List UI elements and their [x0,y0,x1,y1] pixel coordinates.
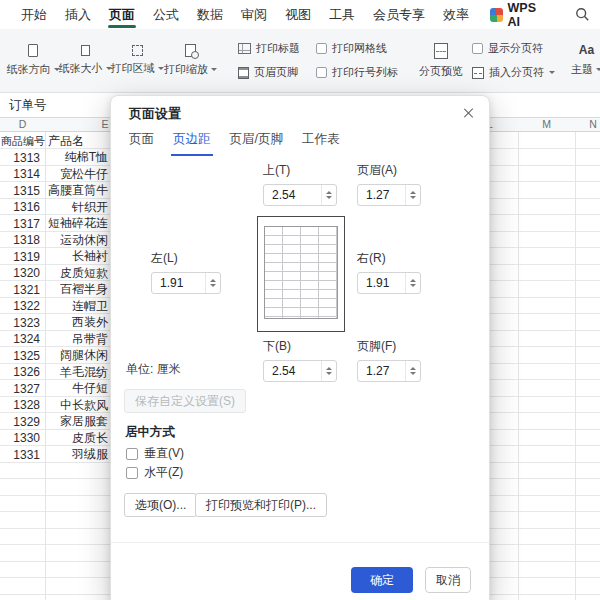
product-id-cell[interactable]: 1324 [0,332,45,346]
cancel-button[interactable]: 取消 [425,567,471,593]
product-id-cell[interactable]: 1315 [0,184,45,198]
dialog-tab-sheet[interactable]: 工作表 [300,126,342,156]
product-id-cell[interactable]: 1317 [0,217,45,231]
tab-efficiency[interactable]: 效率 [434,0,478,29]
product-id-cell[interactable]: 1329 [0,415,45,429]
product-name-cell[interactable]: 针织开 [45,199,110,216]
product-name-cell[interactable]: 中长款风 [45,397,110,414]
product-name-cell[interactable]: 阔腿休闲 [45,347,110,364]
spinner-up-icon[interactable] [326,367,332,370]
center-vertical-checkbox[interactable]: 垂直(V) [126,445,184,462]
product-name-cell[interactable]: 牛仔短 [45,380,110,397]
product-name-cell[interactable]: 家居服套 [45,413,110,430]
product-name-header-cell[interactable]: 产品名 [45,133,110,150]
product-id-cell[interactable]: 1318 [0,233,45,247]
spinner-up-icon[interactable] [410,367,416,370]
dialog-tab-margins[interactable]: 页边距 [171,126,213,156]
spinner-up-icon[interactable] [326,191,332,194]
product-id-cell[interactable]: 1331 [0,448,45,462]
product-id-cell[interactable]: 1322 [0,299,45,313]
product-name-cell[interactable]: 西装外 [45,314,110,331]
name-box[interactable]: 订单号 [9,98,47,112]
bottom-margin-input[interactable]: 2.54 [263,360,337,382]
spinner-up-icon[interactable] [410,191,416,194]
search-icon[interactable] [575,7,590,22]
product-id-cell[interactable]: 1323 [0,316,45,330]
column-header-d[interactable]: D [0,118,45,132]
print-preview-button[interactable]: 打印预览和打印(P)... [195,493,327,517]
tab-formula[interactable]: 公式 [144,0,188,29]
product-id-cell[interactable]: 1330 [0,431,45,445]
header-margin-spinner[interactable] [405,185,420,205]
paper-size-button[interactable]: 纸张大小 [60,33,110,88]
column-header-n[interactable]: N [575,118,600,132]
ok-button[interactable]: 确定 [351,567,413,593]
product-id-cell[interactable]: 1325 [0,349,45,363]
top-margin-input[interactable]: 2.54 [263,184,337,206]
print-headings-checkbox[interactable]: 打印行号列标 [316,65,398,80]
print-gridlines-checkbox[interactable]: 打印网格线 [316,41,398,56]
product-name-cell[interactable]: 宽松牛仔 [45,166,110,183]
bottom-margin-spinner[interactable] [321,361,336,381]
dialog-tab-header-footer[interactable]: 页眉/页脚 [228,126,285,156]
product-id-cell[interactable]: 1327 [0,382,45,396]
spinner-down-icon[interactable] [210,284,216,287]
top-margin-spinner[interactable] [321,185,336,205]
tab-member[interactable]: 会员专享 [364,0,434,29]
product-id-cell[interactable]: 1319 [0,250,45,264]
product-id-cell[interactable]: 1328 [0,398,45,412]
product-name-cell[interactable]: 纯棉T恤 [45,149,110,166]
theme-button[interactable]: Aa 主题 [571,33,600,88]
wps-ai-button[interactable]: WPS AI [490,1,547,29]
spinner-up-icon[interactable] [410,279,416,282]
tab-tools[interactable]: 工具 [320,0,364,29]
tab-home[interactable]: 开始 [12,0,56,29]
dialog-tab-page[interactable]: 页面 [127,126,156,156]
spinner-down-icon[interactable] [410,284,416,287]
center-horizontal-checkbox[interactable]: 水平(Z) [126,464,183,481]
footer-margin-spinner[interactable] [405,361,420,381]
product-id-cell[interactable]: 1316 [0,200,45,214]
options-button[interactable]: 选项(O)... [124,493,197,517]
product-name-cell[interactable]: 皮质长 [45,430,110,447]
product-name-cell[interactable]: 皮质短款 [45,265,110,282]
product-name-cell[interactable]: 连帽卫 [45,298,110,315]
product-name-cell[interactable]: 短袖碎花连 [45,215,110,232]
product-id-cell[interactable]: 1320 [0,266,45,280]
spinner-up-icon[interactable] [210,279,216,282]
page-break-preview-button[interactable]: 分页预览 [419,33,463,88]
product-name-cell[interactable]: 羽绒服 [45,446,110,463]
left-margin-input[interactable]: 1.91 [151,272,221,294]
spinner-down-icon[interactable] [410,372,416,375]
product-id-cell[interactable]: 1314 [0,167,45,181]
footer-margin-input[interactable]: 1.27 [357,360,421,382]
product-name-cell[interactable]: 长袖衬 [45,248,110,265]
tab-insert[interactable]: 插入 [56,0,100,29]
product-name-cell[interactable]: 高腰直筒牛 [45,182,110,199]
close-icon[interactable] [460,105,476,121]
tab-review[interactable]: 审阅 [232,0,276,29]
print-area-button[interactable]: 打印区域 [112,33,162,88]
product-name-cell[interactable]: 羊毛混纺 [45,364,110,381]
print-scale-button[interactable]: 打印缩放 [164,33,217,88]
show-page-breaks-checkbox[interactable]: 显示分页符 [472,41,555,56]
insert-page-break-button[interactable]: 插入分页符 [472,65,555,80]
product-id-header-cell[interactable]: 商品编号 [0,134,45,149]
product-name-cell[interactable]: 运动休闲 [45,232,110,249]
product-name-cell[interactable]: 吊带背 [45,331,110,348]
print-titles-button[interactable]: 打印标题 [238,41,300,56]
save-custom-settings-button[interactable]: 保存自定义设置(S) [124,389,246,413]
product-name-cell[interactable]: 百褶半身 [45,281,110,298]
header-footer-button[interactable]: 页眉页脚 [238,65,300,80]
header-margin-input[interactable]: 1.27 [357,184,421,206]
left-margin-spinner[interactable] [205,273,220,293]
spinner-down-icon[interactable] [410,196,416,199]
right-margin-spinner[interactable] [405,273,420,293]
tab-view[interactable]: 视图 [276,0,320,29]
tab-page[interactable]: 页面 [100,0,144,29]
spinner-down-icon[interactable] [326,372,332,375]
spinner-down-icon[interactable] [326,196,332,199]
product-id-cell[interactable]: 1321 [0,283,45,297]
tab-data[interactable]: 数据 [188,0,232,29]
column-header-m[interactable]: M [518,118,575,132]
